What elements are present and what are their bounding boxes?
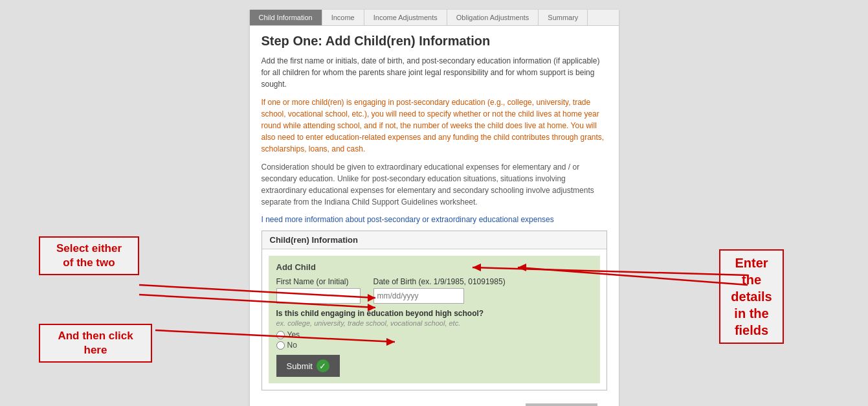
progress-tabs: Child Information Income Income Adjustme… [250, 10, 619, 26]
tab-child-information-label: Child Information [259, 14, 313, 21]
submit-button[interactable]: Submit ✓ [276, 355, 340, 377]
page-body: Step One: Add Child(ren) Information Add… [250, 34, 619, 406]
submit-label: Submit [287, 361, 313, 371]
add-child-title: Add Child [276, 262, 592, 272]
page-title: Step One: Add Child(ren) Information [262, 34, 607, 49]
info-link[interactable]: I need more information about post-secon… [262, 215, 554, 224]
radio-yes-label: Yes [287, 330, 300, 339]
description-3: Consideration should be given to extraor… [262, 161, 607, 208]
radio-no-option[interactable]: No [276, 341, 592, 350]
description-1: Add the first name or initials, date of … [262, 55, 607, 90]
next-step-row: Next Step ► [262, 397, 607, 406]
tab-income-adjustments-label: Income Adjustments [373, 14, 438, 21]
callout-click: And then clickhere [39, 324, 152, 363]
tab-income-label: Income [331, 14, 355, 21]
tab-obligation-adjustments-label: Obligation Adjustments [456, 14, 529, 21]
tab-child-information[interactable]: Child Information [250, 10, 322, 25]
education-question-group: Is this child engaging in education beyo… [276, 309, 592, 350]
education-question-sub: ex. college, university, trade school, v… [276, 319, 592, 327]
radio-yes-option[interactable]: Yes [276, 330, 592, 339]
tab-income[interactable]: Income [322, 10, 364, 25]
tab-summary[interactable]: Summary [539, 10, 588, 25]
radio-no-input[interactable] [276, 341, 285, 350]
child-info-box: Child(ren) Information Add Child First N… [262, 231, 607, 390]
tab-income-adjustments[interactable]: Income Adjustments [364, 10, 447, 25]
add-child-section: Add Child First Name (or Initial) Date o… [269, 256, 600, 383]
dob-group: Date of Birth (ex. 1/9/1985, 01091985) [373, 277, 506, 304]
description-2: If one or more child(ren) is engaging in… [262, 96, 607, 155]
first-name-label: First Name (or Initial) [276, 277, 361, 286]
first-name-group: First Name (or Initial) [276, 277, 361, 304]
first-name-input[interactable] [276, 288, 361, 304]
form-row-names: First Name (or Initial) Date of Birth (e… [276, 277, 592, 304]
callout-enter: Enterthedetailsin thefields [719, 249, 784, 344]
radio-yes-input[interactable] [276, 331, 285, 339]
education-question-text: Is this child engaging in education beyo… [276, 309, 592, 318]
callout-click-text: And then clickhere [58, 330, 133, 356]
dob-label: Date of Birth (ex. 1/9/1985, 01091985) [373, 277, 506, 286]
radio-no-label: No [287, 341, 297, 350]
callout-enter-text: Enterthedetailsin thefields [731, 256, 772, 337]
callout-select: Select eitherof the two [39, 236, 139, 275]
dob-input[interactable] [373, 288, 464, 304]
callout-select-text: Select eitherof the two [56, 242, 122, 269]
next-step-button[interactable]: Next Step ► [526, 403, 597, 406]
child-info-header: Child(ren) Information [262, 231, 606, 249]
submit-check-icon: ✓ [317, 359, 329, 372]
main-content: Child Information Income Income Adjustme… [250, 10, 619, 406]
tab-obligation-adjustments[interactable]: Obligation Adjustments [447, 10, 539, 25]
tab-summary-label: Summary [548, 14, 578, 21]
